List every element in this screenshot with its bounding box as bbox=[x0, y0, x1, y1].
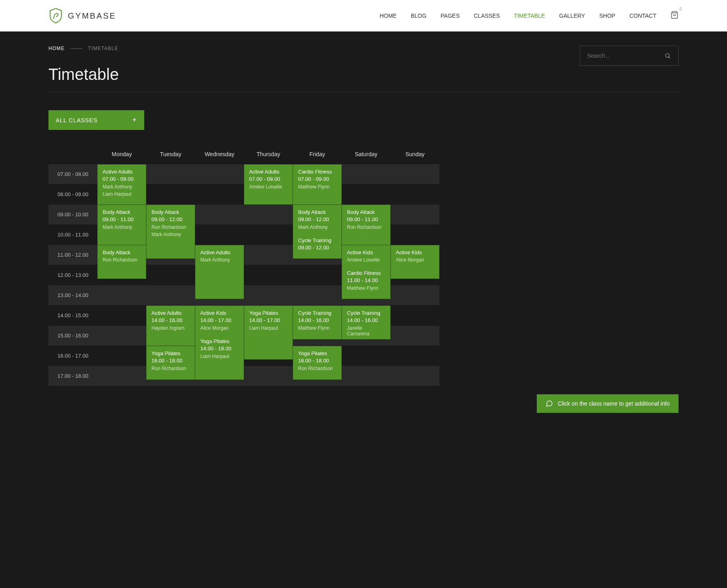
event-name: Body Attack bbox=[103, 249, 141, 255]
day-header-wed: Wednesday bbox=[195, 144, 244, 164]
class-event[interactable]: Cycle Training14.00 - 16.00Janelle Camar… bbox=[342, 306, 391, 339]
event-trainer: Mark Anthony bbox=[298, 224, 336, 230]
event-trainer: Ron Richardson bbox=[298, 366, 336, 371]
class-event[interactable]: Yoga Pilates16.00 - 18.00Ron Richardson bbox=[293, 346, 342, 380]
time-slot: 12.00 - 13.00 bbox=[48, 265, 97, 285]
nav-contact[interactable]: CONTACT bbox=[629, 13, 656, 19]
filter-classes-button[interactable]: ALL CLASSES + bbox=[48, 110, 144, 130]
event-trainer: Ron Richardson bbox=[151, 224, 190, 230]
breadcrumb-current: TIMETABLE bbox=[88, 46, 118, 51]
event-time: 14.00 - 16.00 bbox=[298, 317, 336, 323]
timetable-header: Monday Tuesday Wednesday Thursday Friday… bbox=[48, 144, 679, 164]
event-time: 09.00 - 12.00 bbox=[298, 216, 336, 222]
event-time: 09.00 - 12.00 bbox=[298, 245, 336, 251]
logo[interactable]: GYMBASE bbox=[48, 8, 116, 24]
class-event[interactable]: Yoga Pilates16.00 - 18.00Ron Richardson bbox=[146, 346, 195, 380]
day-header-thu: Thursday bbox=[244, 144, 293, 164]
event-trainer: Mark Anthony bbox=[151, 232, 190, 237]
class-event[interactable]: Active Adults14.00 - 16.00Hayden Ingram bbox=[146, 306, 195, 346]
event-trainer: Hayden Ingram bbox=[151, 325, 190, 331]
timetable: Monday Tuesday Wednesday Thursday Friday… bbox=[48, 144, 679, 386]
event-time: 07.00 - 09.00 bbox=[103, 176, 141, 182]
class-event[interactable]: Body Attack09.00 - 12.00Mark AnthonyCycl… bbox=[293, 205, 342, 259]
breadcrumb: HOME TIMETABLE bbox=[48, 46, 580, 51]
class-event[interactable]: Active Adults07.00 - 09.00Amitee Loisell… bbox=[244, 164, 293, 205]
wednesday-column: Active AdultsMark AnthonyActive Kids14.0… bbox=[195, 164, 244, 386]
event-time: 07.00 - 09.00 bbox=[249, 176, 288, 182]
thursday-column: Active Adults07.00 - 09.00Amitee Loisell… bbox=[244, 164, 293, 386]
event-name: Cycle Training bbox=[347, 310, 385, 316]
class-event[interactable]: Cardio Fitness07.00 - 09.00Matthew Flynn bbox=[293, 164, 342, 205]
nav-blog[interactable]: BLOG bbox=[411, 13, 427, 19]
brand-text: GYMBASE bbox=[68, 11, 116, 21]
search-input[interactable] bbox=[587, 52, 664, 59]
search-icon[interactable] bbox=[664, 52, 671, 59]
class-event[interactable]: Cycle Training14.00 - 16.00Matthew Flynn bbox=[293, 306, 342, 339]
event-trainer: Amitee Loiselle bbox=[249, 184, 288, 190]
main-nav: HOME BLOG PAGES CLASSES TIMETABLE GALLER… bbox=[380, 11, 679, 21]
event-name: Body Attack bbox=[151, 209, 190, 215]
day-header-mon: Monday bbox=[97, 144, 146, 164]
event-name: Cardio Fitness bbox=[298, 169, 336, 175]
event-name: Active Adults bbox=[103, 169, 141, 175]
class-event[interactable]: Body AttackRon Richardson bbox=[97, 245, 146, 279]
time-slot: 11.00 - 12.00 bbox=[48, 245, 97, 265]
saturday-column: Body Attack09.00 - 11.00Ron RichardsonAc… bbox=[342, 164, 391, 386]
class-event[interactable]: Active Kids14.00 - 17.00Alice MorganYoga… bbox=[195, 306, 244, 380]
shield-arm-icon bbox=[48, 8, 63, 24]
event-time: 14.00 - 18.00 bbox=[200, 345, 239, 352]
day-header-sun: Sunday bbox=[391, 144, 439, 164]
class-event[interactable]: Yoga Pilates14.00 - 17.00Liam Harpaul bbox=[244, 306, 293, 360]
event-trainer: Liam Harpaul bbox=[249, 325, 288, 331]
header: GYMBASE HOME BLOG PAGES CLASSES TIMETABL… bbox=[0, 0, 727, 31]
class-event[interactable]: Active AdultsMark Anthony bbox=[195, 245, 244, 299]
event-time: 09.00 - 11.00 bbox=[103, 216, 141, 222]
class-event[interactable]: Active KidsAlice Morgan bbox=[391, 245, 439, 279]
breadcrumb-separator bbox=[70, 48, 82, 49]
event-trainer: Ron Richardson bbox=[103, 257, 141, 263]
time-slot: 15.00 - 16.00 bbox=[48, 326, 97, 346]
event-time: 14.00 - 17.00 bbox=[249, 317, 288, 323]
cart-icon bbox=[670, 11, 679, 19]
event-name: Active Adults bbox=[151, 310, 190, 316]
class-event[interactable]: Body Attack09.00 - 11.00Mark Anthony bbox=[97, 205, 146, 245]
event-time: 09.00 - 12.00 bbox=[151, 216, 190, 222]
event-trainer: Alice Morgan bbox=[396, 257, 434, 263]
class-event[interactable]: Body Attack09.00 - 12.00Ron RichardsonMa… bbox=[146, 205, 195, 259]
event-time: 16.00 - 18.00 bbox=[151, 358, 190, 364]
info-bar: Click on the class name to get additiona… bbox=[537, 394, 679, 413]
event-name: Body Attack bbox=[298, 209, 336, 215]
event-time: 09.00 - 11.00 bbox=[347, 216, 385, 222]
svg-point-0 bbox=[666, 54, 669, 57]
event-name: Active Kids bbox=[200, 310, 239, 316]
breadcrumb-home[interactable]: HOME bbox=[48, 46, 65, 51]
class-event[interactable]: Body Attack09.00 - 11.00Ron Richardson bbox=[342, 205, 391, 245]
event-trainer: Ron Richardson bbox=[151, 366, 190, 371]
nav-timetable[interactable]: TIMETABLE bbox=[514, 13, 545, 19]
day-header-fri: Friday bbox=[293, 144, 342, 164]
time-column: 07.00 - 08.0008.00 - 09.0009.00 - 10.001… bbox=[48, 164, 97, 386]
event-name: Cycle Training bbox=[298, 310, 336, 316]
monday-column: Active Adults07.00 - 09.00Mark AnthonyLi… bbox=[97, 164, 146, 386]
friday-column: Cardio Fitness07.00 - 09.00Matthew Flynn… bbox=[293, 164, 342, 386]
nav-classes[interactable]: CLASSES bbox=[474, 13, 500, 19]
nav-shop[interactable]: SHOP bbox=[599, 13, 616, 19]
event-trainer: Amitee Loiselle bbox=[347, 257, 385, 263]
time-slot: 10.00 - 11.00 bbox=[48, 225, 97, 245]
event-time: 07.00 - 09.00 bbox=[298, 176, 336, 182]
class-event[interactable]: Active KidsAmitee LoiselleCardio Fitness… bbox=[342, 245, 391, 299]
time-slot: 16.00 - 17.00 bbox=[48, 346, 97, 366]
nav-home[interactable]: HOME bbox=[380, 13, 397, 19]
class-event[interactable]: Active Adults07.00 - 09.00Mark AnthonyLi… bbox=[97, 164, 146, 205]
event-name: Cycle Training bbox=[298, 237, 336, 243]
time-slot: 09.00 - 10.00 bbox=[48, 205, 97, 225]
search-box[interactable] bbox=[580, 46, 679, 66]
event-name: Yoga Pilates bbox=[249, 310, 288, 316]
nav-gallery[interactable]: GALLERY bbox=[559, 13, 585, 19]
nav-pages[interactable]: PAGES bbox=[441, 13, 460, 19]
tuesday-column: Body Attack09.00 - 12.00Ron RichardsonMa… bbox=[146, 164, 195, 386]
event-name: Active Kids bbox=[396, 249, 434, 255]
event-name: Yoga Pilates bbox=[200, 338, 239, 344]
time-slot: 08.00 - 09.00 bbox=[48, 184, 97, 205]
cart-button[interactable]: 0 bbox=[670, 11, 679, 21]
